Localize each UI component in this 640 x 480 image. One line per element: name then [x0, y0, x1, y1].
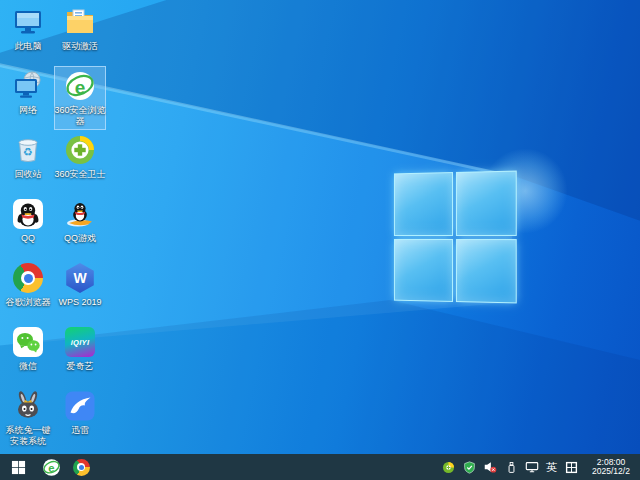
iqiyi-icon: iQIYI: [63, 325, 97, 359]
icon-label: WPS 2019: [54, 297, 106, 308]
icon-label: 驱动激活: [54, 41, 106, 52]
wechat-icon: [11, 325, 45, 359]
360-tray-icon[interactable]: [441, 460, 455, 474]
svg-text:e: e: [48, 461, 54, 473]
icon-label: 回收站: [2, 169, 54, 180]
wps-icon: W: [63, 261, 97, 295]
network-tray-icon[interactable]: [525, 460, 539, 474]
desktop-icon-recycle-bin[interactable]: ♻ 回收站: [2, 130, 54, 194]
icon-label: 迅雷: [54, 425, 106, 436]
usb-tray-icon[interactable]: [504, 460, 518, 474]
desktop-icon-xunlei[interactable]: 迅雷: [54, 386, 106, 450]
icon-label: 360安全卫士: [54, 169, 106, 180]
icon-label: 系统兔一键安装系统: [2, 425, 54, 447]
desktop-wallpaper: 此电脑 驱动激活: [0, 0, 640, 480]
this-pc-icon: [11, 5, 45, 39]
chrome-icon: [73, 459, 90, 476]
desktop-icon-360-browser[interactable]: e 360安全浏览器: [54, 66, 106, 130]
360-safeguard-icon: [63, 133, 97, 167]
icon-label: 360安全浏览器: [54, 105, 106, 127]
360-browser-icon: e: [42, 458, 61, 477]
desktop-icon-grid: 此电脑 驱动激活: [2, 2, 106, 450]
windows-start-icon: [11, 460, 26, 475]
recycle-bin-icon: ♻: [11, 133, 45, 167]
desktop-icon-network[interactable]: 网络: [2, 66, 54, 130]
windows-logo-pane: [456, 240, 515, 303]
desktop-icon-chrome[interactable]: 谷歌浏览器: [2, 258, 54, 322]
360-browser-icon: e: [63, 69, 97, 103]
windows-logo-pane: [456, 172, 515, 235]
taskbar-360-browser-button[interactable]: e: [36, 454, 66, 480]
qq-games-icon: [63, 197, 97, 231]
svg-text:♻: ♻: [23, 146, 33, 158]
desktop-icon-wps-2019[interactable]: W WPS 2019: [54, 258, 106, 322]
desktop-icon-iqiyi[interactable]: iQIYI 爱奇艺: [54, 322, 106, 386]
icon-label: 谷歌浏览器: [2, 297, 54, 308]
xunlei-icon: [63, 389, 97, 423]
windows-logo-pane: [395, 239, 452, 300]
taskbar-chrome-button[interactable]: [66, 454, 96, 480]
desktop-icon-driver-activation[interactable]: 驱动激活: [54, 2, 106, 66]
svg-text:e: e: [75, 77, 86, 98]
icon-label: 此电脑: [2, 41, 54, 52]
windows-logo: [395, 172, 516, 303]
system-tray: 英 2:08:00 2025/12/2: [441, 458, 640, 477]
qq-icon: [11, 197, 45, 231]
icon-label: 微信: [2, 361, 54, 372]
volume-muted-icon[interactable]: [483, 460, 497, 474]
chrome-icon: [11, 261, 45, 295]
ime-grid-icon[interactable]: [564, 460, 578, 474]
desktop-icon-system-rabbit[interactable]: 系统兔一键安装系统: [2, 386, 54, 450]
start-button[interactable]: [0, 454, 36, 480]
taskbar: e: [0, 454, 640, 480]
icon-label: 网络: [2, 105, 54, 116]
shield-tray-icon[interactable]: [462, 460, 476, 474]
desktop-icon-qq-games[interactable]: QQ游戏: [54, 194, 106, 258]
clock[interactable]: 2:08:00 2025/12/2: [585, 458, 637, 477]
windows-logo-pane: [395, 173, 452, 234]
icon-label: QQ游戏: [54, 233, 106, 244]
desktop-icon-this-pc[interactable]: 此电脑: [2, 2, 54, 66]
icon-label: 爱奇艺: [54, 361, 106, 372]
desktop-icon-wechat[interactable]: 微信: [2, 322, 54, 386]
ime-language-indicator[interactable]: 英: [546, 460, 557, 475]
desktop-icon-360-safeguard[interactable]: 360安全卫士: [54, 130, 106, 194]
system-rabbit-icon: [11, 389, 45, 423]
desktop-icon-qq[interactable]: QQ: [2, 194, 54, 258]
icon-label: QQ: [2, 233, 54, 244]
folder-icon: [63, 5, 97, 39]
network-icon: [11, 69, 45, 103]
clock-date: 2025/12/2: [588, 467, 634, 477]
